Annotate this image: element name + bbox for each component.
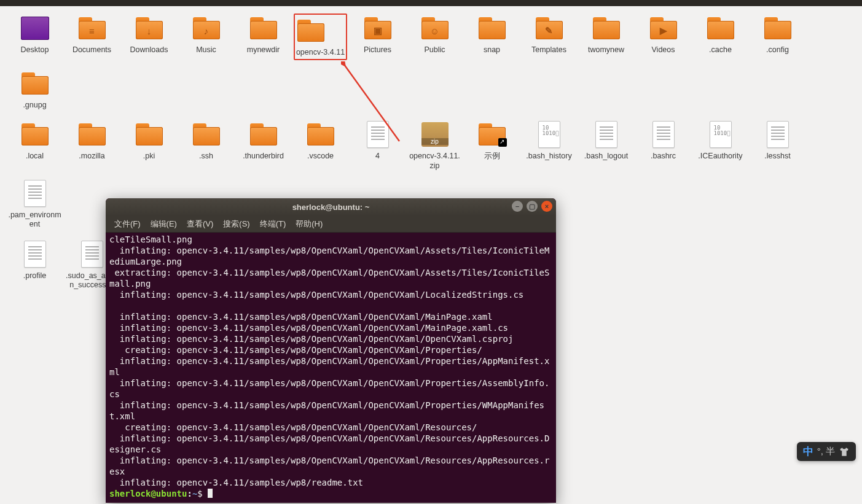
icon-label: .mozilla <box>79 152 104 161</box>
desktop-item[interactable]: ♪Music <box>178 14 235 61</box>
icon-label: .profile <box>23 271 47 281</box>
desktop-item[interactable]: .local <box>6 120 63 171</box>
text-icon <box>363 120 393 149</box>
desktop-item[interactable]: Desktop <box>6 14 63 61</box>
terminal-window[interactable]: sherlock@ubuntu: ~ – ▢ × 文件(F)编辑(E)查看(V)… <box>106 198 556 503</box>
folder-icon <box>20 120 50 149</box>
desktop-item[interactable]: .mozilla <box>63 120 120 171</box>
folder-icon <box>306 120 335 149</box>
folder-link-icon <box>477 120 507 149</box>
icon-label: .config <box>766 45 789 55</box>
icon-label: .bashrc <box>651 152 676 161</box>
desktop-item[interactable]: 示例 <box>463 120 520 171</box>
icon-label: Templates <box>531 45 566 55</box>
terminal-menu-item[interactable]: 查看(V) <box>183 217 217 231</box>
window-close-button[interactable]: × <box>541 201 552 212</box>
folder-icon <box>763 14 793 43</box>
text-icon <box>20 179 50 208</box>
desktop-item[interactable]: ✎Templates <box>520 14 578 61</box>
desktop-item[interactable]: opencv-3.4.11 <box>292 14 349 61</box>
terminal-body[interactable]: cleTileSmall.png inflating: opencv-3.4.1… <box>106 233 556 503</box>
icon-label: .ICEauthority <box>698 152 742 161</box>
icon-label: .gnupg <box>23 101 46 110</box>
folder-icon <box>249 14 278 43</box>
terminal-menubar: 文件(F)编辑(E)查看(V)搜索(S)终端(T)帮助(H) <box>106 215 556 233</box>
binary-icon <box>535 120 564 149</box>
terminal-menu-item[interactable]: 文件(F) <box>111 217 144 231</box>
window-minimize-button[interactable]: – <box>512 201 523 212</box>
desktop-item[interactable]: twomynew <box>578 14 635 61</box>
desktop-item[interactable]: .lesshst <box>749 120 806 171</box>
desktop-item[interactable]: snap <box>463 14 520 61</box>
folder-icon: ▶ <box>649 14 678 43</box>
icon-label: twomynew <box>588 45 624 55</box>
terminal-prompt[interactable]: sherlock@ubuntu:~$ <box>109 488 552 499</box>
folder-icon: ♪ <box>192 14 221 43</box>
desktop-item[interactable]: 4 <box>349 120 406 171</box>
desktop-item[interactable]: .pki <box>120 120 178 171</box>
desktop-item[interactable]: ≡Documents <box>63 14 120 61</box>
desktop-item[interactable]: ▣Pictures <box>349 14 406 61</box>
icon-label: Downloads <box>130 45 168 55</box>
icon-label: 4 <box>375 152 380 161</box>
desktop-item[interactable]: .thunderbird <box>235 120 292 171</box>
desktop-item[interactable]: .cache <box>692 14 749 61</box>
top-panel <box>0 0 862 6</box>
terminal-menu-item[interactable]: 搜索(S) <box>219 217 253 231</box>
desktop-item[interactable]: ▶Videos <box>635 14 692 61</box>
desktop-item[interactable]: opencv-3.4.11.zip <box>406 120 463 171</box>
desktop-icon <box>20 14 50 43</box>
icon-label: mynewdir <box>247 45 280 55</box>
folder-icon <box>135 120 164 149</box>
terminal-titlebar[interactable]: sherlock@ubuntu: ~ – ▢ × <box>106 198 556 215</box>
terminal-menu-item[interactable]: 编辑(E) <box>147 217 181 231</box>
text-icon <box>77 239 107 269</box>
desktop-item[interactable]: .bash_logout <box>578 120 635 171</box>
icon-label: snap <box>484 45 500 55</box>
icon-label: Videos <box>652 45 675 55</box>
desktop-item[interactable]: .ssh <box>178 120 235 171</box>
terminal-menu-item[interactable]: 帮助(H) <box>292 217 326 231</box>
desktop-item[interactable]: .gnupg <box>6 69 63 110</box>
icon-label: Public <box>424 45 445 55</box>
desktop-item[interactable]: .pam_environment <box>6 179 63 230</box>
folder-icon: ▣ <box>363 14 393 43</box>
terminal-title: sherlock@ubuntu: ~ <box>292 203 370 212</box>
desktop-item[interactable]: mynewdir <box>235 14 292 61</box>
icon-label: .thunderbird <box>243 152 284 161</box>
desktop-item[interactable]: .ICEauthority <box>692 120 749 171</box>
folder-icon: ✎ <box>535 14 564 43</box>
icon-label: .bash_history <box>526 152 571 161</box>
folder-icon <box>477 14 507 43</box>
desktop-item[interactable]: ↓Downloads <box>120 14 178 61</box>
folder-icon: ☺ <box>420 14 450 43</box>
icon-label: .pki <box>143 152 155 161</box>
zip-icon <box>420 120 450 149</box>
desktop-item[interactable]: ☺Public <box>406 14 463 61</box>
ime-indicator[interactable]: 中 °, 半 <box>797 442 856 461</box>
text-icon <box>20 239 50 269</box>
terminal-menu-item[interactable]: 终端(T) <box>256 217 290 231</box>
desktop-item[interactable]: .vscode <box>292 120 349 171</box>
desktop-item[interactable]: .bashrc <box>635 120 692 171</box>
text-icon <box>763 120 793 149</box>
desktop-item[interactable]: .config <box>749 14 806 61</box>
text-icon <box>592 120 621 149</box>
icon-label: Desktop <box>21 45 49 55</box>
icon-label: Documents <box>72 45 111 55</box>
icon-label: .ssh <box>199 152 213 161</box>
icon-label: .bash_logout <box>584 152 629 161</box>
folder-icon <box>192 120 221 149</box>
window-maximize-button[interactable]: ▢ <box>527 201 538 212</box>
folder-icon <box>296 16 326 45</box>
folder-icon <box>706 14 735 43</box>
desktop-item[interactable]: .bash_history <box>520 120 578 171</box>
icon-label: .lesshst <box>764 152 790 161</box>
folder-icon: ≡ <box>77 14 107 43</box>
ime-extra: °, 半 <box>817 446 835 457</box>
folder-icon: ↓ <box>135 14 164 43</box>
icon-label: .vscode <box>307 152 334 161</box>
icon-label: .local <box>26 152 44 161</box>
icon-label: .cache <box>709 45 732 55</box>
desktop-item[interactable]: .profile <box>6 239 63 290</box>
